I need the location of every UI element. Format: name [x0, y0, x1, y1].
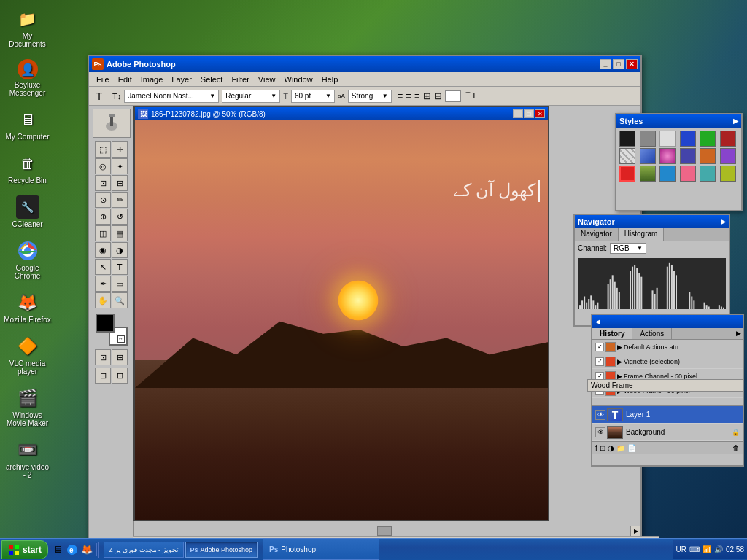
style-swatch-rose[interactable]: [680, 166, 696, 182]
shape-tool[interactable]: ▭: [112, 276, 128, 292]
marquee-tool[interactable]: ⬚: [95, 141, 111, 158]
layer-group-btn[interactable]: 📁: [616, 444, 625, 452]
lasso-tool[interactable]: ◎: [95, 158, 111, 174]
scrollbar-thumb[interactable]: [377, 526, 392, 536]
quick-mask-off[interactable]: ⊡: [95, 349, 111, 365]
background-visibility[interactable]: 👁: [595, 427, 605, 438]
anti-alias-dropdown[interactable]: Strong ▼: [348, 90, 392, 103]
quick-mask-on[interactable]: ⊞: [112, 349, 128, 365]
image-close[interactable]: ✕: [535, 109, 545, 118]
layer1-visibility[interactable]: 👁: [595, 410, 605, 420]
style-swatch-gray[interactable]: [640, 131, 656, 147]
align-center-icon[interactable]: ≡: [406, 90, 411, 101]
style-swatch-light[interactable]: [659, 131, 676, 147]
gradient-tool[interactable]: ▤: [112, 225, 128, 241]
desktop-icon-archive-video[interactable]: 📼 archive video - 2: [0, 435, 55, 483]
menu-help[interactable]: Help: [317, 74, 343, 85]
menu-layer[interactable]: Layer: [167, 74, 196, 85]
type-tool[interactable]: T: [112, 259, 128, 275]
ql-ie[interactable]: e: [66, 543, 79, 556]
zoom-tool[interactable]: 🔍: [112, 292, 128, 308]
image-maximize[interactable]: □: [524, 109, 534, 118]
layer-delete-btn[interactable]: 🗑: [732, 444, 740, 452]
taskbar-ps-bottom[interactable]: Ps Photoshop: [263, 538, 379, 560]
tab-history[interactable]: History: [592, 328, 632, 339]
taskbar-item-photoshop[interactable]: Ps Adobe Photoshop: [185, 542, 258, 558]
desktop-icon-beyluxe[interactable]: 👤 Beyluxe Messenger: [0, 55, 55, 101]
tab-navigator[interactable]: Navigator: [575, 228, 619, 241]
style-swatch-red2[interactable]: [619, 166, 635, 182]
style-swatch-teal[interactable]: [700, 166, 716, 182]
path-select[interactable]: ↖: [95, 259, 111, 275]
style-swatch-green[interactable]: [700, 131, 716, 147]
start-button[interactable]: start: [1, 540, 48, 559]
tab-actions[interactable]: Actions: [632, 328, 672, 339]
style-swatch-purple[interactable]: [720, 148, 736, 164]
warp-text-icon[interactable]: ⌒T: [464, 90, 477, 101]
slice-tool[interactable]: ⊞: [112, 175, 128, 191]
desktop-icon-my-computer[interactable]: 🖥 My Computer: [0, 104, 55, 144]
text-box-icon[interactable]: ⊟: [434, 90, 442, 101]
healing-brush[interactable]: ⊙: [95, 192, 111, 208]
font-size-dropdown[interactable]: 60 pt ▼: [291, 90, 335, 103]
menu-select[interactable]: Select: [196, 74, 228, 85]
layer-mask-btn[interactable]: ⊡: [600, 444, 605, 452]
h-scrollbar[interactable]: ▶: [134, 526, 640, 536]
layer-adjustment-btn[interactable]: ◑: [608, 444, 614, 452]
eraser-tool[interactable]: ◫: [95, 225, 111, 241]
style-swatch-dark-blue[interactable]: [680, 148, 696, 164]
menu-window[interactable]: Window: [280, 74, 317, 85]
style-swatch-sky[interactable]: [659, 166, 676, 182]
screen-mode-btn[interactable]: ⊟: [95, 368, 111, 384]
style-swatch-orange[interactable]: [700, 148, 716, 164]
desktop-icon-firefox[interactable]: 🦊 Mozilla Firefox: [0, 287, 55, 327]
layer-item-layer1[interactable]: 👁 T Layer 1: [592, 406, 743, 424]
style-swatch-black[interactable]: [619, 131, 635, 147]
pencil-tool[interactable]: ✏: [112, 192, 128, 208]
style-swatch-pink[interactable]: [659, 148, 676, 164]
history-panel-expand[interactable]: ◀: [595, 318, 600, 325]
text-color-swatch[interactable]: [445, 90, 461, 102]
extra-tool[interactable]: ⊡: [112, 368, 128, 384]
actions-expand[interactable]: ▶: [735, 328, 743, 339]
menu-filter[interactable]: Filter: [227, 74, 253, 85]
channel-select[interactable]: RGB ▼: [610, 243, 646, 254]
history-check-1[interactable]: ✓: [595, 357, 604, 366]
scroll-right-arrow[interactable]: ▶: [630, 526, 640, 536]
history-check-0[interactable]: ✓: [595, 343, 604, 351]
style-swatch-blue[interactable]: [680, 131, 696, 147]
history-item-0[interactable]: ✓ ▶ Default Actions.atn: [592, 340, 743, 354]
dodge-tool[interactable]: ◑: [112, 242, 128, 258]
style-swatch-red[interactable]: [720, 131, 736, 147]
foreground-color[interactable]: [96, 314, 115, 332]
switch-colors[interactable]: ↔: [117, 335, 125, 343]
volume-icon[interactable]: 🔊: [714, 545, 723, 553]
menu-edit[interactable]: Edit: [114, 74, 136, 85]
desktop-icon-vlc[interactable]: 🔶 VLC media player: [0, 331, 55, 379]
crop-tool[interactable]: ⊡: [95, 175, 111, 191]
tab-histogram[interactable]: Histogram: [619, 228, 665, 241]
ps-maximize-button[interactable]: □: [613, 59, 624, 69]
style-swatch-olive[interactable]: [640, 166, 656, 182]
history-expand-1[interactable]: ▶: [617, 358, 622, 365]
desktop-icon-chrome[interactable]: Google Chrome: [0, 236, 55, 284]
align-right-icon[interactable]: ≡: [414, 90, 420, 101]
blur-tool[interactable]: ◉: [95, 242, 111, 258]
ps-minimize-button[interactable]: _: [600, 59, 611, 69]
ps-close-button[interactable]: ✕: [626, 59, 638, 69]
layer-effects-btn[interactable]: f: [595, 444, 597, 452]
layer-new-btn[interactable]: 📄: [627, 444, 636, 452]
menu-image[interactable]: Image: [136, 74, 168, 85]
hand-tool[interactable]: ✋: [95, 292, 111, 308]
style-swatch-yellow-green[interactable]: [720, 166, 736, 182]
history-expand-0[interactable]: ▶: [617, 343, 622, 351]
desktop-icon-my-documents[interactable]: 📁 My Documents: [0, 4, 55, 52]
font-family-dropdown[interactable]: Jameel Noori Nast... ▼: [124, 90, 219, 103]
layer-item-background[interactable]: 👁 Background 🔒: [592, 424, 743, 441]
desktop-icon-ccleaner[interactable]: 🔧 CCleaner: [0, 192, 55, 232]
desktop-icon-recycle-bin[interactable]: 🗑 Recycle Bin: [0, 148, 55, 188]
taskbar-item-forum[interactable]: Z تجویز - مجدت فوری پر: [104, 542, 184, 558]
menu-file[interactable]: File: [92, 74, 114, 85]
history-item-1[interactable]: ✓ ▶ Vignette (selection): [592, 354, 743, 369]
ql-show-desktop[interactable]: 🖥: [51, 543, 64, 556]
